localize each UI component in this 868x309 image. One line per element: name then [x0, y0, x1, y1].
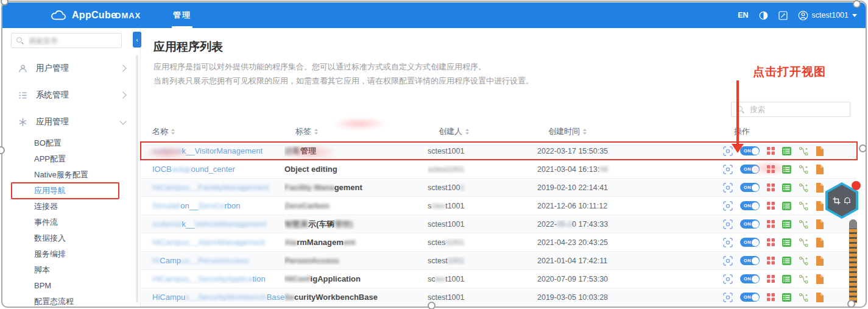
resize-handle[interactable]: [859, 144, 867, 152]
enable-toggle[interactable]: ON: [740, 238, 760, 247]
app-name-link[interactable]: HiCampus__SecurityWorkbenchBase: [141, 293, 284, 302]
table-row[interactable]: scdemolk__VehicleManagement 智慧展示(车辆管控) s…: [141, 215, 856, 233]
enable-toggle[interactable]: ON: [740, 201, 760, 210]
enable-toggle[interactable]: ON: [740, 293, 760, 302]
tab-dmax[interactable]: DMAX: [115, 2, 141, 28]
view-icon[interactable]: [723, 293, 733, 302]
tiles-icon[interactable]: [767, 220, 775, 228]
list-icon[interactable]: [782, 202, 791, 210]
sidebar-scrollbar[interactable]: [136, 55, 138, 302]
document-icon[interactable]: [816, 293, 824, 302]
app-name-link[interactable]: Simulation__ZeroCarbon: [141, 201, 284, 210]
tiles-icon[interactable]: [767, 238, 775, 246]
view-icon[interactable]: [723, 165, 733, 174]
column-header[interactable]: 创建时间: [548, 126, 734, 137]
enable-toggle[interactable]: ON: [740, 274, 760, 283]
resize-handle[interactable]: [853, 0, 861, 8]
table-row[interactable]: HiCampus__SecurityApplication HiConfigAp…: [141, 270, 856, 288]
table-row[interactable]: HiCampus__AlarmManagement AlarmManagemen…: [141, 233, 856, 252]
sidebar-submenu-item-应用导航[interactable]: 应用导航: [34, 183, 119, 199]
list-icon[interactable]: [782, 220, 791, 229]
document-icon[interactable]: [816, 219, 824, 229]
app-name-link[interactable]: scdemolk__VehicleManagement: [141, 219, 284, 229]
list-icon[interactable]: [782, 293, 791, 302]
sidebar-submenu-item-连接器[interactable]: 连接器: [34, 199, 119, 215]
list-icon[interactable]: [782, 257, 791, 265]
sidebar-search-input[interactable]: [27, 36, 116, 46]
flow-icon[interactable]: [799, 219, 808, 229]
flow-icon[interactable]: [799, 274, 808, 284]
sidebar-submenu-item-事件流[interactable]: 事件流: [34, 215, 119, 230]
view-icon[interactable]: [723, 219, 733, 229]
tiles-icon[interactable]: [767, 183, 775, 191]
sidebar-item-system-management[interactable]: 系统管理: [2, 82, 135, 108]
sidebar-submenu-item-配置态流程[interactable]: 配置态流程: [34, 294, 119, 309]
flow-icon[interactable]: [799, 183, 808, 193]
view-icon[interactable]: [723, 201, 733, 211]
sidebar-submenu-item-BO配置[interactable]: BO配置: [34, 135, 119, 151]
table-row[interactable]: IOCBackground_center Object editing scte…: [141, 160, 856, 179]
sidebar-item-user-management[interactable]: 用户管理: [2, 55, 135, 82]
tiles-icon[interactable]: [767, 257, 775, 265]
tiles-icon[interactable]: [767, 275, 775, 283]
app-name-link[interactable]: HiCampus__PersonAccess: [141, 256, 284, 265]
sidebar-item-app-management[interactable]: 应用管理: [2, 108, 135, 135]
document-icon[interactable]: [816, 238, 824, 247]
app-name-link[interactable]: IOCBackground_center: [141, 165, 284, 174]
tiles-icon[interactable]: [767, 202, 775, 210]
sidebar-submenu-item-数据接入[interactable]: 数据接入: [34, 230, 119, 246]
column-header[interactable]: 标签: [295, 126, 439, 137]
enable-toggle[interactable]: ON: [740, 165, 760, 174]
flow-icon[interactable]: [799, 256, 808, 266]
list-icon[interactable]: [782, 275, 791, 283]
list-icon[interactable]: [782, 165, 791, 174]
app-name-link[interactable]: HiCampus__FacilityManagement: [141, 183, 284, 192]
column-header[interactable]: 操作: [734, 126, 856, 137]
document-icon[interactable]: [816, 256, 824, 266]
app-name-link[interactable]: HiCampus__SecurityApplication: [141, 274, 284, 283]
document-icon[interactable]: [816, 165, 824, 174]
sidebar-submenu-item-服务编排[interactable]: 服务编排: [34, 246, 119, 262]
list-icon[interactable]: [782, 238, 791, 247]
tab-admin[interactable]: 管理: [173, 2, 191, 28]
sort-icon[interactable]: [314, 129, 318, 135]
feedback-edit-icon[interactable]: [778, 11, 788, 20]
tiles-icon[interactable]: [767, 293, 775, 301]
scroll-indicator[interactable]: [849, 219, 857, 303]
document-icon[interactable]: [816, 274, 824, 284]
view-icon[interactable]: [723, 274, 733, 284]
list-icon[interactable]: [782, 183, 791, 192]
floating-capture-widget[interactable]: [825, 182, 858, 219]
resize-handle[interactable]: [428, 302, 436, 309]
sidebar-search-box[interactable]: [11, 33, 122, 48]
document-icon[interactable]: [816, 201, 824, 211]
tiles-icon[interactable]: [767, 165, 775, 173]
view-icon[interactable]: [723, 238, 733, 247]
document-icon[interactable]: [816, 183, 824, 193]
list-icon[interactable]: [782, 147, 791, 155]
sort-icon[interactable]: [465, 129, 469, 135]
sidebar-submenu-item-APP配置[interactable]: APP配置: [34, 151, 119, 167]
contrast-theme-icon[interactable]: [759, 11, 768, 20]
sidebar-submenu-item-BPM[interactable]: BPM: [34, 278, 119, 294]
sidebar-collapse-toggle[interactable]: ‹: [133, 32, 141, 48]
table-row[interactable]: HiCampus__SecurityWorkbenchBase Security…: [141, 288, 856, 307]
table-search-box[interactable]: [731, 102, 850, 117]
flow-icon[interactable]: [799, 238, 808, 247]
enable-toggle[interactable]: ON: [740, 219, 760, 229]
sidebar-submenu-item-Native服务配置[interactable]: Native服务配置: [34, 167, 119, 183]
column-header[interactable]: 名称: [141, 126, 295, 137]
view-icon[interactable]: [723, 256, 733, 266]
enable-toggle[interactable]: ON: [740, 256, 760, 265]
column-header[interactable]: 创建人: [439, 126, 548, 137]
enable-toggle[interactable]: ON: [740, 183, 760, 192]
resize-handle[interactable]: [847, 300, 855, 308]
app-name-link[interactable]: scdemolk__VisitorManagement: [141, 146, 284, 155]
flow-icon[interactable]: [799, 293, 808, 302]
table-row[interactable]: scdemolk__VisitorManagement 访客管理 sctest1…: [141, 142, 856, 160]
sort-icon[interactable]: [171, 129, 175, 135]
sort-icon[interactable]: [583, 129, 587, 135]
flow-icon[interactable]: [799, 146, 808, 156]
language-switch[interactable]: EN: [738, 11, 748, 20]
app-name-link[interactable]: HiCampus__AlarmManagement: [141, 238, 284, 247]
